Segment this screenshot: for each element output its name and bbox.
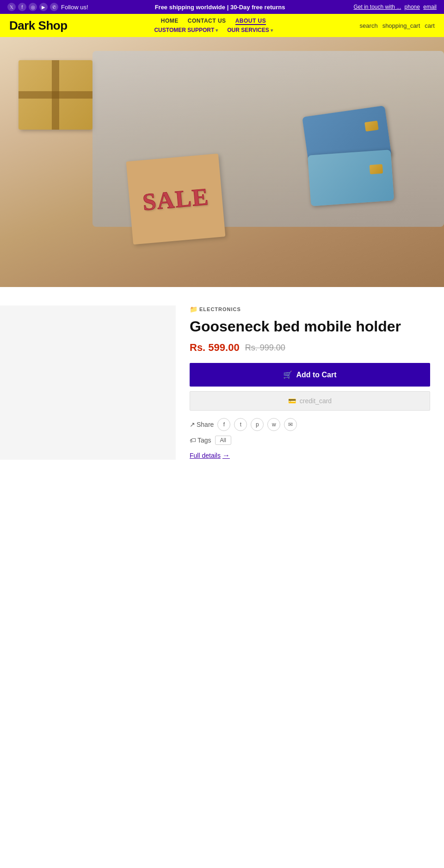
nav-bottom-links: CUSTOMER SUPPORT ▾ OUR SERVICES ▾	[154, 27, 272, 33]
top-bar: 𝕏 f ◎ ▶ ✆ Follow us! Free shipping world…	[0, 0, 444, 14]
share-icon: ↗	[190, 421, 195, 428]
card-chip-1	[364, 121, 379, 132]
card-chip-2	[370, 164, 383, 175]
share-pinterest-icon[interactable]: p	[251, 418, 264, 431]
our-services-arrow-icon: ▾	[271, 28, 273, 33]
share-twitter-icon[interactable]: t	[234, 418, 247, 431]
arrow-forward-icon: →	[222, 451, 230, 460]
promo-text: Free shipping worldwide | 30-Day free re…	[155, 4, 285, 11]
breadcrumb: 📁 ELECTRONICS	[190, 306, 430, 313]
logo[interactable]: Dark Shop	[9, 19, 68, 33]
current-price: Rs. 599.00	[190, 342, 240, 354]
tags-label: Tags	[197, 437, 211, 444]
folder-icon: 📁	[190, 306, 197, 313]
contact-label: Get in touch with ...	[354, 4, 401, 10]
share-label-area: ↗ Share	[190, 421, 214, 428]
customer-support-label: CUSTOMER SUPPORT	[154, 27, 214, 33]
hero-section: SALE	[0, 37, 444, 287]
full-details-link[interactable]: Full details →	[190, 451, 430, 460]
header-right: search shopping_cart cart	[360, 22, 435, 29]
cart-icon: 🛒	[283, 370, 292, 379]
share-email-icon[interactable]: ✉	[284, 418, 297, 431]
nav-contact[interactable]: CONTACT US	[188, 18, 226, 25]
tags-label-area: 🏷 Tags	[190, 437, 211, 444]
email-link[interactable]: email	[423, 4, 437, 10]
original-price: Rs. 999.00	[245, 343, 285, 353]
credit-card-icon: 💳	[288, 397, 296, 405]
navigation: HOME CONTACT US ABOUT US CUSTOMER SUPPOR…	[154, 18, 272, 33]
sale-text: SALE	[142, 182, 210, 215]
breadcrumb-category: ELECTRONICS	[199, 306, 241, 312]
full-details-label: Full details	[190, 452, 221, 459]
cart-label[interactable]: cart	[425, 22, 435, 29]
package-box	[18, 60, 92, 130]
tag-all-badge[interactable]: All	[215, 436, 231, 445]
credit-card-2	[308, 150, 394, 206]
nav-about[interactable]: ABOUT US	[235, 18, 266, 25]
twitter-icon[interactable]: 𝕏	[7, 3, 16, 11]
shopping-cart-link[interactable]: shopping_cart	[382, 22, 420, 29]
whatsapp-icon[interactable]: ✆	[50, 3, 58, 11]
credit-card-label: credit_card	[300, 397, 332, 405]
nav-our-services[interactable]: OUR SERVICES ▾	[227, 27, 272, 33]
top-bar-left: 𝕏 f ◎ ▶ ✆ Follow us!	[7, 3, 88, 11]
share-row: ↗ Share f t p w ✉	[190, 418, 430, 431]
share-facebook-icon[interactable]: f	[217, 418, 230, 431]
local-offer-icon: 🏷	[190, 437, 196, 444]
social-icons: 𝕏 f ◎ ▶ ✆	[7, 3, 58, 11]
our-services-label: OUR SERVICES	[227, 27, 269, 33]
product-image	[0, 306, 176, 460]
add-to-cart-button[interactable]: 🛒 Add to Cart	[190, 363, 430, 387]
add-to-cart-label: Add to Cart	[296, 371, 336, 379]
nav-home[interactable]: HOME	[161, 18, 179, 25]
youtube-icon[interactable]: ▶	[39, 3, 48, 11]
search-link[interactable]: search	[360, 22, 378, 29]
instagram-icon[interactable]: ◎	[29, 3, 37, 11]
credit-card-bar: 💳 credit_card	[190, 391, 430, 411]
share-whatsapp-icon[interactable]: w	[267, 418, 280, 431]
share-label: Share	[197, 421, 214, 428]
follow-label: Follow us!	[61, 4, 88, 11]
product-info: 📁 ELECTRONICS Gooseneck bed mobile holde…	[176, 306, 444, 460]
contact-area: Get in touch with ... phone email	[352, 4, 437, 10]
nav-top-links: HOME CONTACT US ABOUT US	[161, 18, 266, 25]
product-section: 📁 ELECTRONICS Gooseneck bed mobile holde…	[0, 287, 444, 478]
credit-cards	[305, 111, 388, 213]
product-title: Gooseneck bed mobile holder	[190, 318, 430, 335]
product-price: Rs. 599.00 Rs. 999.00	[190, 342, 430, 354]
phone-link[interactable]: phone	[405, 4, 420, 10]
bottom-space	[0, 478, 444, 868]
facebook-icon[interactable]: f	[18, 3, 26, 11]
customer-support-arrow-icon: ▾	[216, 28, 218, 33]
tags-row: 🏷 Tags All	[190, 436, 430, 445]
nav-customer-support[interactable]: CUSTOMER SUPPORT ▾	[154, 27, 218, 33]
package-ribbon-vertical	[52, 60, 59, 130]
sale-tag: SALE	[126, 154, 226, 245]
header: Dark Shop HOME CONTACT US ABOUT US CUSTO…	[0, 14, 444, 37]
